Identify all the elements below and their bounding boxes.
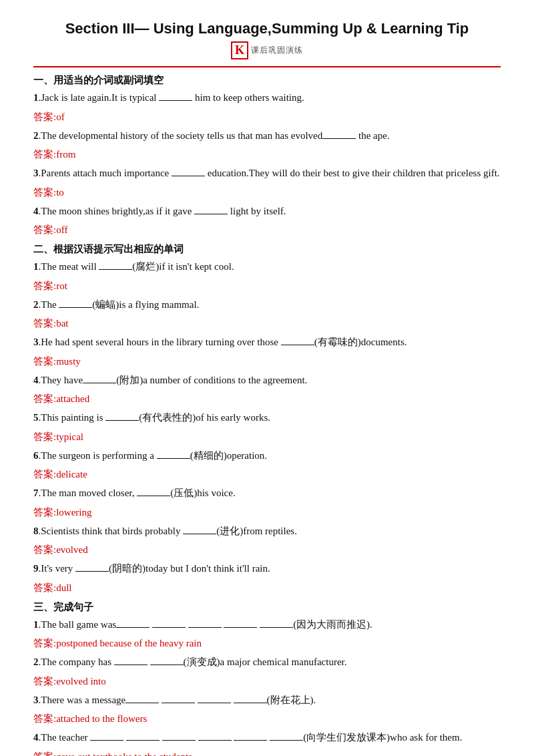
answer-2-8: 答案:evolved	[33, 542, 501, 558]
question-1-2: 2.The developmental history of the socie…	[33, 128, 501, 145]
question-2-6: 6.The surgeon is performing a (精细的)opera…	[33, 447, 501, 465]
blank	[126, 740, 160, 741]
blank	[183, 534, 216, 534]
logo-text: 课后巩固演练	[251, 45, 303, 56]
question-3-1: 1.The ball game was (因为大雨而推迟).	[33, 616, 501, 634]
blank	[83, 383, 116, 383]
question-1-3: 3.Parents attach much importance educati…	[33, 165, 501, 182]
question-2-8: 8.Scientists think that birds probably (…	[33, 523, 501, 540]
section1-header: 一、用适当的介词或副词填空	[33, 74, 501, 87]
question-2-9: 9.It's very (阴暗的)today but I don't think…	[33, 560, 501, 578]
answer-2-2: 答案:bat	[33, 315, 501, 331]
blank	[99, 269, 132, 270]
blank	[224, 627, 257, 628]
question-3-2: 2.The company has (演变成)a major chemical …	[33, 654, 501, 671]
question-1-1: 1.Jack is late again.It is typical him t…	[33, 89, 501, 107]
divider	[33, 66, 501, 67]
blank	[116, 627, 150, 628]
answer-3-4: 答案:gave out textbooks to the students	[33, 749, 501, 757]
answer-1-3: 答案:to	[33, 184, 501, 200]
question-1-4: 4.The moon shines brightly,as if it gave…	[33, 203, 501, 220]
question-2-2: 2.The (蝙蝠)is a flying mammal.	[33, 297, 501, 314]
blank	[188, 627, 222, 628]
question-2-4: 4.They have(附加)a number of conditions to…	[33, 372, 501, 389]
blank	[114, 665, 148, 665]
answer-3-1: 答案:postponed because of the heavy rain	[33, 635, 501, 651]
answer-2-1: 答案:rot	[33, 278, 501, 294]
blank	[172, 176, 205, 176]
answer-2-4: 答案:attached	[33, 391, 501, 407]
answer-3-2: 答案:evolved into	[33, 673, 501, 689]
answer-2-9: 答案:dull	[33, 580, 501, 596]
blank	[162, 740, 196, 741]
question-2-1: 1.The meat will (腐烂)if it isn't kept coo…	[33, 258, 501, 276]
section2-header: 二、根据汉语提示写出相应的单词	[33, 243, 501, 256]
logo-bar: K 课后巩固演练	[33, 41, 501, 59]
blank	[59, 307, 92, 308]
blank	[137, 496, 170, 496]
answer-2-6: 答案:delicate	[33, 466, 501, 482]
answer-1-4: 答案:off	[33, 222, 501, 238]
blank	[150, 665, 184, 665]
blank	[234, 703, 267, 703]
answer-1-1: 答案:of	[33, 109, 501, 125]
question-2-3: 3.He had spent several hours in the libr…	[33, 334, 501, 351]
answer-1-2: 答案:from	[33, 146, 501, 162]
answer-2-7: 答案:lowering	[33, 504, 501, 520]
question-2-7: 7.The man moved closer, (压低)his voice.	[33, 485, 501, 502]
blank	[270, 740, 303, 741]
question-2-5: 5.This painting is (有代表性的)of his early w…	[33, 409, 501, 427]
page-title: Section III— Using Language,Summing Up &…	[33, 20, 501, 37]
answer-3-3: 答案:attached to the flowers	[33, 711, 501, 727]
blank	[198, 703, 231, 703]
blank	[157, 458, 190, 459]
blank	[322, 138, 356, 139]
blank	[152, 627, 186, 628]
blank	[281, 345, 314, 345]
blank	[159, 100, 192, 101]
blank	[75, 571, 109, 572]
blank	[105, 420, 139, 421]
blank	[194, 214, 228, 214]
blank	[90, 740, 123, 741]
answer-2-3: 答案:musty	[33, 353, 501, 369]
answer-2-5: 答案:typical	[33, 429, 501, 445]
blank	[234, 740, 267, 741]
logo-k: K	[231, 41, 248, 59]
section3-header: 三、完成句子	[33, 601, 501, 614]
blank	[162, 703, 195, 703]
blank	[198, 740, 232, 741]
question-3-4: 4.The teacher (向学生们发放课本)who ask for them…	[33, 729, 501, 747]
blank	[125, 703, 159, 703]
blank	[260, 627, 293, 628]
question-3-3: 3.There was a message (附在花上).	[33, 692, 501, 709]
